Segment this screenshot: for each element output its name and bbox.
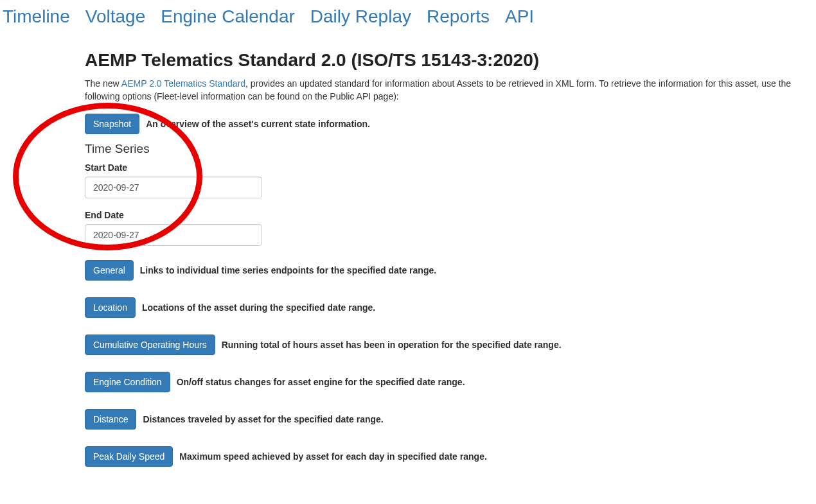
distance-row: Distance Distances traveled by asset for…: [85, 409, 806, 430]
main-content: AEMP Telematics Standard 2.0 (ISO/TS 151…: [75, 32, 816, 504]
nav-daily-replay[interactable]: Daily Replay: [310, 6, 411, 27]
top-nav: Timeline Voltage Engine Calendar Daily R…: [0, 0, 816, 32]
end-date-label: End Date: [85, 210, 806, 220]
nav-timeline[interactable]: Timeline: [3, 6, 70, 27]
peak-speed-row: Peak Daily Speed Maximum speed achieved …: [85, 446, 806, 467]
general-row: General Links to individual time series …: [85, 260, 806, 281]
peak-speed-desc: Maximum speed achieved by asset for each…: [179, 451, 487, 462]
start-date-input[interactable]: [85, 177, 262, 198]
intro-link[interactable]: AEMP 2.0 Telematics Standard: [121, 78, 245, 89]
start-date-label: Start Date: [85, 162, 806, 173]
intro-prefix: The new: [85, 78, 121, 89]
cumulative-operating-hours-button[interactable]: Cumulative Operating Hours: [85, 335, 215, 355]
end-date-field: End Date: [85, 210, 806, 246]
engine-condition-button[interactable]: Engine Condition: [85, 372, 170, 392]
distance-desc: Distances traveled by asset for the spec…: [143, 414, 383, 424]
general-desc: Links to individual time series endpoint…: [140, 265, 436, 275]
nav-reports[interactable]: Reports: [427, 6, 490, 27]
engine-condition-row: Engine Condition On/off status changes f…: [85, 372, 806, 392]
peak-daily-speed-button[interactable]: Peak Daily Speed: [85, 446, 173, 467]
location-row: Location Locations of the asset during t…: [85, 297, 806, 318]
engine-condition-desc: On/off status changes for asset engine f…: [177, 377, 465, 387]
start-date-field: Start Date: [85, 162, 806, 198]
end-date-input[interactable]: [85, 224, 262, 246]
cumulative-row: Cumulative Operating Hours Running total…: [85, 335, 806, 355]
nav-api[interactable]: API: [505, 6, 534, 27]
location-desc: Locations of the asset during the specif…: [142, 302, 375, 313]
location-button[interactable]: Location: [85, 297, 136, 318]
nav-voltage[interactable]: Voltage: [85, 6, 145, 27]
cumulative-desc: Running total of hours asset has been in…: [222, 340, 562, 350]
page-title: AEMP Telematics Standard 2.0 (ISO/TS 151…: [85, 50, 806, 71]
time-series-heading: Time Series: [85, 142, 806, 156]
distance-button[interactable]: Distance: [85, 409, 136, 430]
nav-engine-calendar[interactable]: Engine Calendar: [161, 6, 295, 27]
intro-paragraph: The new AEMP 2.0 Telematics Standard, pr…: [85, 77, 806, 103]
snapshot-row: Snapshot An overview of the asset's curr…: [85, 114, 806, 134]
snapshot-desc: An overview of the asset's current state…: [146, 119, 370, 129]
snapshot-button[interactable]: Snapshot: [85, 114, 139, 134]
general-button[interactable]: General: [85, 260, 134, 281]
